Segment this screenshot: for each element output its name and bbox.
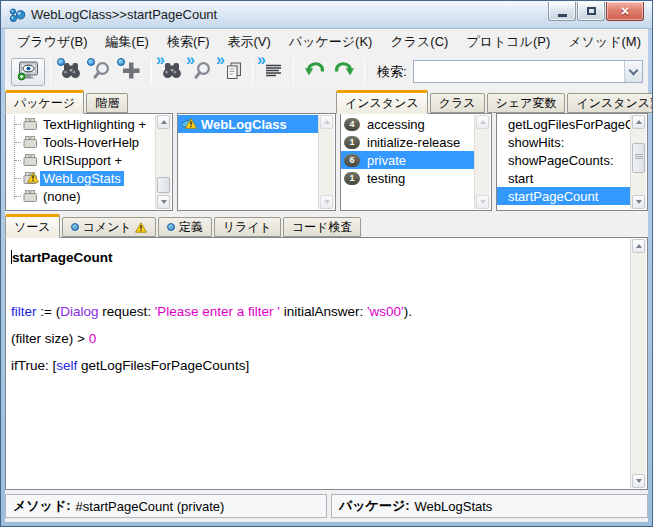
protocol-label: testing bbox=[364, 171, 408, 186]
new-browser-button[interactable] bbox=[11, 58, 45, 86]
method-scrollbar[interactable] bbox=[630, 115, 646, 209]
protocol-item[interactable]: 6private bbox=[341, 151, 474, 169]
code-token: 'Please enter a filter ' bbox=[155, 304, 280, 319]
tab-label: ソース bbox=[14, 219, 51, 236]
tab-definition[interactable]: 定義 bbox=[158, 217, 212, 237]
search-combobox[interactable] bbox=[413, 60, 643, 83]
toolbar-separator bbox=[252, 59, 253, 84]
code-line: ifTrue: [self getLogFilesForPageCounts] bbox=[11, 352, 628, 379]
tab-label: インスタンス変数 bbox=[576, 95, 653, 112]
package-item[interactable]: TextHighlighting + bbox=[6, 115, 155, 133]
code-token: Dialog bbox=[60, 304, 98, 319]
tab-source[interactable]: ソース bbox=[5, 214, 60, 238]
scroll-up-button[interactable] bbox=[632, 115, 645, 129]
code-token: request: bbox=[98, 304, 154, 319]
protocol-item[interactable]: 4accessing bbox=[341, 115, 474, 133]
source-code[interactable]: startPageCount filter := (Dialog request… bbox=[6, 238, 630, 489]
menu-item[interactable]: ブラウザ(B) bbox=[8, 29, 97, 55]
find-selector-button[interactable] bbox=[157, 58, 187, 86]
title-bar[interactable]: WebLogClass>>startPageCount × bbox=[1, 1, 652, 29]
package-label: (none) bbox=[40, 189, 84, 204]
method-item[interactable]: showPageCounts: bbox=[497, 151, 630, 169]
method-list: getLogFilesForPageCountsshowHits:showPag… bbox=[497, 115, 630, 209]
method-item[interactable]: start bbox=[497, 169, 630, 187]
menu-item[interactable]: 編集(E) bbox=[97, 29, 158, 55]
package-item[interactable]: Tools-HoverHelp bbox=[6, 133, 155, 151]
menu-item[interactable]: プロトコル(P) bbox=[457, 29, 559, 55]
modified-dot-icon bbox=[167, 223, 175, 231]
maximize-button[interactable] bbox=[577, 2, 605, 21]
package-item[interactable]: (none) bbox=[6, 187, 155, 205]
method-item[interactable]: startPageCount bbox=[497, 187, 630, 205]
minimize-icon bbox=[558, 14, 567, 17]
add-class-button[interactable] bbox=[116, 58, 146, 86]
client-area: ブラウザ(B)編集(E)検索(F)表示(V)パッケージ(K)クラス(C)プロトコ… bbox=[5, 29, 648, 522]
menu-item[interactable]: メソッド(M) bbox=[559, 29, 650, 55]
tab-label: コメント bbox=[83, 219, 132, 236]
protocol-item[interactable]: 1initialize-release bbox=[341, 133, 474, 151]
tab-rewrite[interactable]: リライト bbox=[214, 217, 281, 237]
protocol-list-panel: 4accessing1initialize-release6private1te… bbox=[340, 113, 492, 211]
tab-instance-variables[interactable]: インスタンス変数 bbox=[567, 93, 653, 113]
undo-button[interactable] bbox=[299, 58, 329, 86]
package-item[interactable]: URISupport + bbox=[6, 151, 155, 169]
method-item[interactable]: getLogFilesForPageCounts bbox=[497, 115, 630, 133]
editor-scrollbar[interactable] bbox=[630, 239, 646, 488]
code-token: 'ws00' bbox=[367, 304, 404, 319]
scroll-up-button[interactable] bbox=[320, 115, 333, 129]
menu-item[interactable]: 表示(V) bbox=[219, 29, 280, 55]
minimize-button[interactable] bbox=[548, 2, 576, 21]
class-item[interactable]: WebLogClass bbox=[178, 115, 318, 133]
find-class-button[interactable] bbox=[56, 58, 86, 86]
scrollbar-thumb[interactable] bbox=[157, 177, 170, 193]
protocol-label: initialize-release bbox=[364, 135, 463, 150]
scroll-down-button[interactable] bbox=[320, 195, 333, 209]
redo-button[interactable] bbox=[329, 58, 359, 86]
code-token: self bbox=[56, 358, 77, 373]
protocol-scrollbar[interactable] bbox=[474, 115, 490, 209]
browse-selector-button[interactable] bbox=[187, 58, 217, 86]
selector-list-button[interactable] bbox=[258, 58, 288, 86]
scroll-up-button[interactable] bbox=[476, 115, 489, 129]
menu-item[interactable]: クラス(C) bbox=[381, 29, 457, 55]
tab-packages[interactable]: パッケージ bbox=[5, 90, 84, 114]
copy-selector-button[interactable] bbox=[217, 58, 247, 86]
class-scrollbar[interactable] bbox=[318, 115, 334, 209]
triangle-down-icon bbox=[480, 200, 486, 204]
status-method-value: #startPageCount (private) bbox=[76, 499, 225, 514]
package-scrollbar[interactable] bbox=[155, 115, 171, 209]
status-method: メソッド: #startPageCount (private) bbox=[5, 494, 327, 518]
scroll-up-button[interactable] bbox=[632, 239, 645, 253]
tab-hierarchy[interactable]: 階層 bbox=[86, 93, 128, 113]
scroll-down-button[interactable] bbox=[632, 474, 645, 488]
search-input[interactable] bbox=[414, 61, 624, 82]
toolbar-separator bbox=[50, 59, 51, 84]
scrollbar-thumb[interactable] bbox=[632, 143, 645, 173]
tab-shared-variables[interactable]: シェア変数 bbox=[487, 93, 566, 113]
source-editor[interactable]: startPageCount filter := (Dialog request… bbox=[5, 237, 648, 490]
package-item[interactable]: WebLogStats bbox=[6, 169, 155, 187]
menu-item[interactable]: パッケージ(K) bbox=[280, 29, 382, 55]
tab-code-critic[interactable]: コード検査 bbox=[283, 217, 362, 237]
browser-eye-icon bbox=[17, 59, 40, 85]
code-token: := ( bbox=[37, 304, 61, 319]
protocol-item[interactable]: 1testing bbox=[341, 169, 474, 187]
search-dropdown-button[interactable] bbox=[624, 61, 642, 82]
scroll-down-button[interactable] bbox=[476, 195, 489, 209]
scroll-up-button[interactable] bbox=[157, 115, 170, 129]
package-list: TextHighlighting +Tools-HoverHelpURISupp… bbox=[6, 115, 155, 209]
method-list-panel: getLogFilesForPageCountsshowHits:showPag… bbox=[496, 113, 648, 211]
app-icon bbox=[8, 6, 26, 24]
scroll-down-button[interactable] bbox=[632, 195, 645, 209]
tab-instance[interactable]: インスタンス bbox=[336, 90, 428, 114]
tab-class[interactable]: クラス bbox=[430, 93, 485, 113]
chevrons-icon bbox=[186, 52, 195, 68]
window-controls: × bbox=[548, 2, 644, 21]
close-button[interactable]: × bbox=[606, 2, 644, 21]
browse-class-button[interactable] bbox=[86, 58, 116, 86]
tab-comment[interactable]: コメント bbox=[62, 217, 156, 237]
tree-stub-icon bbox=[15, 142, 21, 143]
method-item[interactable]: showHits: bbox=[497, 133, 630, 151]
package-icon bbox=[23, 117, 39, 131]
scroll-down-button[interactable] bbox=[157, 195, 170, 209]
